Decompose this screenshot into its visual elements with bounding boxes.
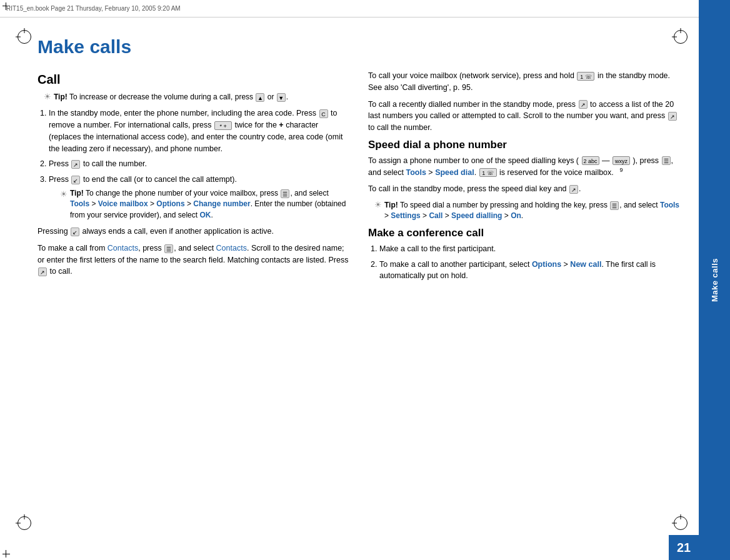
inline-tip-voicemail: ☀ Tip! To change the phone number of you…: [60, 188, 349, 221]
tip-icon-voicemail: ☀: [60, 188, 68, 201]
call-key-step2: ↗: [71, 160, 80, 169]
voicemail-para: To call your voice mailbox (network serv…: [368, 70, 680, 94]
call-heading: Call: [38, 72, 349, 87]
clear-key: C: [319, 109, 328, 118]
menu-key-tip: ☰: [281, 189, 289, 198]
call-key-recent2: ↗: [668, 112, 677, 121]
right-column: To call your voice mailbox (network serv…: [368, 70, 680, 287]
call-key-recent: ↗: [579, 100, 588, 109]
tip-text-voicemail: Tip! To change the phone number of your …: [70, 188, 349, 221]
step-2: Press ↗ to call the number.: [49, 158, 349, 170]
one-key-speed: 1 ☏: [479, 168, 497, 177]
contacts-para: To make a call from Contacts, press ☰, a…: [38, 242, 349, 278]
volume-down-key: ▼: [277, 93, 286, 102]
two-column-layout: Call ☀ Tip! To increase or decrease the …: [38, 70, 680, 287]
call-key-contacts: ↗: [38, 268, 47, 276]
speed-key-range2: wxyz 9: [612, 156, 630, 165]
call-key-speed: ↗: [569, 185, 578, 194]
reg-mark-bl: [2, 545, 15, 558]
top-bar: RIT15_en.book Page 21 Thursday, February…: [0, 0, 730, 18]
end-key-step3: ↙: [71, 176, 80, 184]
speed-tip-box: ☀ Tip! To speed dial a number by pressin…: [374, 200, 680, 222]
star-plus-key: * +: [214, 121, 232, 130]
step-1: In the standby mode, enter the phone num…: [49, 108, 349, 154]
main-content: Make calls Call ☀ Tip! To increase or de…: [19, 18, 692, 560]
conference-step-2: To make a call to another participant, s…: [379, 259, 680, 282]
header-text: RIT15_en.book Page 21 Thursday, February…: [6, 5, 181, 12]
one-key: 1 ☏: [577, 72, 594, 81]
speed-dial-heading: Speed dial a phone number: [368, 139, 680, 151]
end-key-pressing: ↙: [71, 228, 79, 236]
conference-step-1: Make a call to the first participant.: [379, 243, 680, 255]
tip-box-1: ☀ Tip! To increase or decrease the volum…: [44, 92, 349, 102]
conference-steps: Make a call to the first participant. To…: [379, 243, 680, 282]
menu-key-speed: ☰: [662, 156, 671, 165]
tip-icon-1: ☀: [44, 92, 51, 101]
call-steps: In the standby mode, enter the phone num…: [49, 108, 349, 221]
volume-up-key: ▲: [256, 93, 264, 102]
speed-key-range: 2 abc: [582, 156, 599, 165]
menu-key-speed-tip: ☰: [610, 201, 619, 210]
sidebar-label: Make calls: [710, 258, 719, 302]
pressing-para: Pressing ↙ always ends a call, even if a…: [38, 226, 349, 238]
tip-icon-speed: ☀: [374, 200, 382, 209]
speed-dial-para: To assign a phone number to one of the s…: [368, 155, 680, 179]
tip-text-speed: Tip! To speed dial a number by pressing …: [384, 200, 680, 222]
right-sidebar: Make calls: [699, 0, 730, 560]
page-title: Make calls: [38, 36, 680, 58]
left-column: Call ☀ Tip! To increase or decrease the …: [38, 70, 349, 287]
recently-para: To call a recently dialled number in the…: [368, 99, 680, 134]
conference-heading: Make a conference call: [368, 227, 680, 239]
speed-dial-call-para: To call in the standby mode, press the s…: [368, 183, 680, 195]
step-3: Press ↙ to end the call (or to cancel th…: [49, 174, 349, 221]
tip-text-1: Tip! To increase or decrease the volume …: [54, 92, 288, 102]
menu-key-contacts: ☰: [164, 244, 173, 253]
